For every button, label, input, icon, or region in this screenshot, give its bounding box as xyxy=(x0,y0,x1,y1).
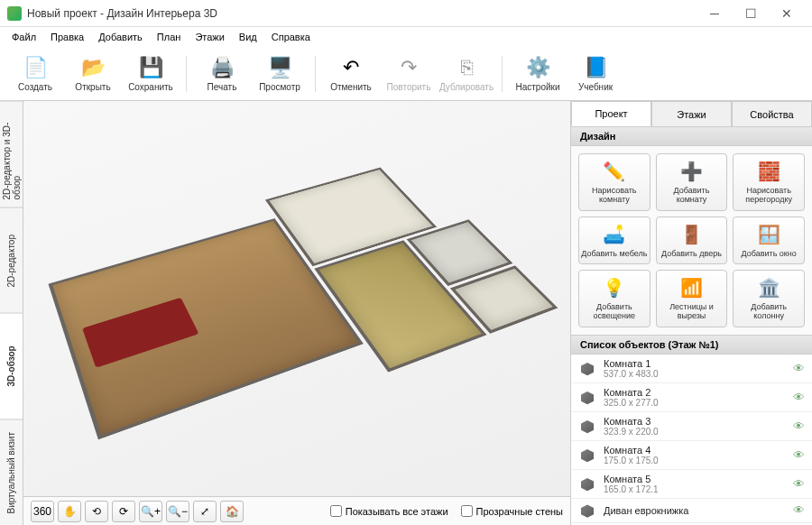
room-icon xyxy=(578,389,596,405)
object-Комната-3[interactable]: Комната 3323.9 x 220.0👁 xyxy=(571,412,812,441)
Добавить освещение-icon: 💡 xyxy=(603,276,626,299)
toolbar-повторить: ↷Повторить xyxy=(383,55,435,92)
visibility-icon[interactable]: 👁 xyxy=(793,448,805,462)
Добавить дверь-icon: 🚪 xyxy=(679,223,703,246)
menu-правка[interactable]: Правка xyxy=(44,30,90,44)
отменить-icon: ↶ xyxy=(338,55,364,80)
room-3 xyxy=(314,240,487,373)
menu-справка[interactable]: Справка xyxy=(265,30,317,44)
close-button[interactable]: ✕ xyxy=(769,1,805,26)
menu-файл[interactable]: Файл xyxy=(5,30,42,44)
design-btn-Добавить-окно[interactable]: 🪟Добавить окно xyxy=(733,216,805,264)
toolbar-отменить[interactable]: ↶Отменить xyxy=(325,55,377,92)
vtab-2D-редактор и 3D-обзор[interactable]: 2D-редактор и 3D-обзор xyxy=(0,101,23,207)
object-Комната-4[interactable]: Комната 4175.0 x 175.0👁 xyxy=(571,441,812,470)
design-btn-Добавить-освещение[interactable]: 💡Добавить освещение xyxy=(578,270,651,327)
visibility-icon[interactable]: 👁 xyxy=(793,503,805,517)
menu-план[interactable]: План xyxy=(151,30,188,44)
toolbar-печать[interactable]: 🖨️Печать xyxy=(196,55,248,92)
повторить-icon: ↷ xyxy=(396,55,421,80)
menu-добавить[interactable]: Добавить xyxy=(92,30,149,44)
panel-tab-Этажи[interactable]: Этажи xyxy=(651,101,732,126)
viewtool-7[interactable]: 🏠 xyxy=(220,501,244,522)
visibility-icon[interactable]: 👁 xyxy=(793,362,805,375)
design-btn-Добавить-мебель[interactable]: 🛋️Добавить мебель xyxy=(578,216,651,264)
visibility-icon[interactable]: 👁 xyxy=(793,477,805,491)
vtab-3D-обзор[interactable]: 3D-обзор xyxy=(0,313,23,419)
show-all-floors-checkbox[interactable]: Показывать все этажи xyxy=(330,505,448,517)
vertical-tabs: 2D-редактор и 3D-обзор2D-редактор3D-обзо… xyxy=(0,101,23,525)
side-panel: ПроектЭтажиСвойства Дизайн ✏️Нарисовать … xyxy=(570,101,812,525)
object-Комната-5[interactable]: Комната 5165.0 x 172.1👁 xyxy=(571,470,812,499)
visibility-icon[interactable]: 👁 xyxy=(793,391,805,404)
room-icon xyxy=(578,475,596,492)
window-title: Новый проект - Дизайн Интерьера 3D xyxy=(27,7,697,20)
viewport: 360✋⟲⟳🔍+🔍−⤢🏠 Показывать все этажи Прозра… xyxy=(23,101,570,525)
настройки-icon: ⚙️ xyxy=(525,55,550,80)
floorplan-3d xyxy=(42,161,581,520)
Нарисовать комнату-icon: ✏️ xyxy=(603,160,626,183)
design-btn-Добавить-комнату[interactable]: ➕Добавить комнату xyxy=(656,153,728,211)
canvas-3d[interactable] xyxy=(23,101,570,496)
panel-tab-Свойства[interactable]: Свойства xyxy=(732,101,812,126)
просмотр-icon: 🖥️ xyxy=(267,55,292,80)
создать-icon: 📄 xyxy=(23,55,48,80)
toolbar-сохранить[interactable]: 💾Сохранить xyxy=(125,55,177,92)
vtab-2D-редактор[interactable]: 2D-редактор xyxy=(0,207,23,314)
app-icon xyxy=(7,6,22,21)
Лестницы и вырезы-icon: 📶 xyxy=(679,276,703,299)
panel-tab-Проект[interactable]: Проект xyxy=(571,101,651,126)
maximize-button[interactable]: ☐ xyxy=(733,1,769,26)
object-Комната-2[interactable]: Комната 2325.0 x 277.0👁 xyxy=(571,383,812,412)
viewtool-0[interactable]: 360 xyxy=(31,501,54,522)
room-icon xyxy=(578,360,596,376)
Добавить колонну-icon: 🏛️ xyxy=(757,276,780,299)
Нарисовать перегородку-icon: 🧱 xyxy=(757,160,780,183)
viewtool-6[interactable]: ⤢ xyxy=(193,501,217,522)
печать-icon: 🖨️ xyxy=(209,55,235,80)
view-toolbar: 360✋⟲⟳🔍+🔍−⤢🏠 Показывать все этажи Прозра… xyxy=(23,496,570,525)
design-btn-Добавить-колонну[interactable]: 🏛️Добавить колонну xyxy=(733,270,805,327)
object-Комната-1[interactable]: Комната 1537.0 x 483.0👁 xyxy=(571,355,812,383)
viewtool-2[interactable]: ⟲ xyxy=(85,501,108,522)
design-btn-Добавить-дверь[interactable]: 🚪Добавить дверь xyxy=(656,216,728,264)
Добавить мебель-icon: 🛋️ xyxy=(603,223,626,246)
учебник-icon: 📘 xyxy=(583,55,608,80)
Добавить комнату-icon: ➕ xyxy=(679,160,703,183)
Добавить окно-icon: 🪟 xyxy=(757,223,780,246)
сохранить-icon: 💾 xyxy=(138,55,163,80)
object-Диван-еврокнижка[interactable]: Диван еврокнижка👁 xyxy=(571,499,812,523)
vtab-Виртуальный визит[interactable]: Виртуальный визит xyxy=(0,419,23,526)
design-btn-Лестницы-и-вырезы[interactable]: 📶Лестницы и вырезы xyxy=(656,270,728,327)
menu-этажи[interactable]: Этажи xyxy=(189,30,230,44)
objects-section-header: Список объектов (Этаж №1) xyxy=(571,335,812,355)
transparent-walls-checkbox[interactable]: Прозрачные стены xyxy=(461,505,563,517)
room-icon xyxy=(578,447,596,463)
toolbar-создать[interactable]: 📄Создать xyxy=(9,55,61,92)
открыть-icon: 📂 xyxy=(80,55,106,80)
design-btn-Нарисовать-комнату[interactable]: ✏️Нарисовать комнату xyxy=(578,153,651,211)
дублировать-icon: ⎘ xyxy=(454,55,479,80)
viewtool-5[interactable]: 🔍− xyxy=(166,501,189,522)
design-btn-Нарисовать-перегородку[interactable]: 🧱Нарисовать перегородку xyxy=(733,153,805,211)
toolbar-просмотр[interactable]: 🖥️Просмотр xyxy=(254,55,306,92)
toolbar-настройки[interactable]: ⚙️Настройки xyxy=(512,55,564,92)
room-icon xyxy=(578,502,596,519)
room-icon xyxy=(578,418,596,434)
toolbar-открыть[interactable]: 📂Открыть xyxy=(67,55,119,92)
toolbar: 📄Создать📂Открыть💾Сохранить🖨️Печать🖥️Прос… xyxy=(0,47,812,101)
visibility-icon[interactable]: 👁 xyxy=(793,419,805,433)
toolbar-дублировать: ⎘Дублировать xyxy=(440,55,493,92)
menubar: ФайлПравкаДобавитьПланЭтажиВидСправка xyxy=(0,27,812,47)
minimize-button[interactable]: ─ xyxy=(697,1,733,26)
menu-вид[interactable]: Вид xyxy=(233,30,263,44)
toolbar-учебник[interactable]: 📘Учебник xyxy=(569,55,622,92)
viewtool-1[interactable]: ✋ xyxy=(58,501,81,522)
design-section-header: Дизайн xyxy=(571,126,812,146)
